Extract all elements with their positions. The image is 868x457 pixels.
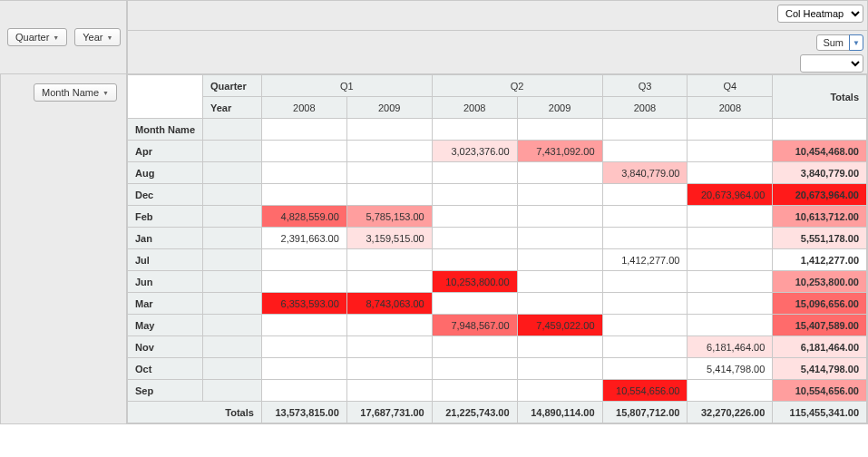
row-total: 1,412,277.00: [773, 249, 867, 271]
cell: [517, 293, 602, 315]
cell: [346, 358, 432, 380]
cell: 10,554,656.00: [602, 380, 688, 402]
cell: 2,391,663.00: [261, 228, 346, 249]
cell: 3,023,376.00: [432, 141, 517, 162]
table-row: Nov6,181,464.006,181,464.00: [128, 336, 867, 358]
col-total: 17,687,731.00: [346, 402, 432, 423]
table-row: Apr3,023,376.007,431,092.0010,454,468.00: [128, 141, 867, 162]
column-pills-area: Quarter▼Year▼: [0, 0, 127, 74]
cell: [261, 271, 346, 293]
pivot-table: QuarterQ1Q2Q3Q4TotalsYear200820092008200…: [127, 74, 867, 423]
cell: [346, 271, 432, 293]
col-total: 14,890,114.00: [517, 402, 602, 423]
table-row: Jun10,253,800.0010,253,800.00: [128, 271, 867, 293]
cell: [346, 249, 432, 271]
cell: [517, 271, 602, 293]
pill-label: Month Name: [42, 87, 99, 98]
totals-label: Totals: [128, 402, 262, 423]
cell: [261, 336, 346, 358]
cell: 4,828,559.00: [261, 206, 346, 228]
cell: [688, 293, 773, 315]
col-total: 21,225,743.00: [432, 402, 517, 423]
cell: [602, 271, 688, 293]
cell: [432, 249, 517, 271]
cell: 5,414,798.00: [688, 358, 773, 380]
col-header: 2008: [602, 97, 688, 119]
cell: [602, 293, 688, 315]
row-field-label: Month Name: [128, 119, 203, 141]
row-header: May: [128, 315, 203, 336]
cell: [261, 315, 346, 336]
display-mode-cell: Col Heatmap: [127, 0, 868, 31]
row-header: Jul: [128, 249, 203, 271]
table-row: Aug3,840,779.003,840,779.00: [128, 162, 867, 184]
row-header: Dec: [128, 184, 203, 206]
cell: 7,459,022.00: [517, 315, 602, 336]
display-mode-select[interactable]: Col Heatmap: [777, 5, 863, 23]
row-header: Aug: [128, 162, 203, 184]
cell: [261, 358, 346, 380]
col-total: 13,573,815.00: [261, 402, 346, 423]
aggregator-select[interactable]: Sum: [816, 34, 850, 51]
corner-blank: [128, 75, 203, 119]
col-sub-label: Year: [203, 97, 262, 119]
cell: [602, 336, 688, 358]
pill-quarter[interactable]: Quarter▼: [7, 28, 67, 46]
cell: [688, 206, 773, 228]
col-header: 2009: [517, 97, 602, 119]
row-total: 3,840,779.00: [773, 162, 867, 184]
pill-year[interactable]: Year▼: [74, 28, 121, 46]
pill-month-name[interactable]: Month Name▼: [34, 83, 117, 102]
table-row: Dec20,673,964.0020,673,964.00: [128, 184, 867, 206]
pill-label: Year: [83, 32, 102, 43]
pivot-area: QuarterQ1Q2Q3Q4TotalsYear200820092008200…: [127, 74, 868, 424]
table-row: Feb4,828,559.005,785,153.0010,613,712.00: [128, 206, 867, 228]
row-pills-area: Month Name▼: [0, 74, 127, 424]
cell: 20,673,964.00: [688, 184, 773, 206]
cell: [432, 293, 517, 315]
row-header: Mar: [128, 293, 203, 315]
value-field-select[interactable]: [800, 54, 863, 73]
row-total: 5,414,798.00: [773, 358, 867, 380]
cell: 6,353,593.00: [261, 293, 346, 315]
cell: [688, 141, 773, 162]
cell: [688, 249, 773, 271]
cell: [688, 228, 773, 249]
cell: 3,159,515.00: [346, 228, 432, 249]
cell: 1,412,277.00: [602, 249, 688, 271]
cell: [261, 184, 346, 206]
table-row: Jan2,391,663.003,159,515.005,551,178.00: [128, 228, 867, 249]
col-group-label: Quarter: [203, 75, 262, 97]
cell: [688, 380, 773, 402]
cell: [432, 380, 517, 402]
row-total: 10,613,712.00: [773, 206, 867, 228]
cell: [261, 141, 346, 162]
row-header: Feb: [128, 206, 203, 228]
chevron-down-icon[interactable]: ▼: [849, 34, 863, 51]
cell: [517, 336, 602, 358]
col-group: Q1: [261, 75, 432, 97]
table-row: May7,948,567.007,459,022.0015,407,589.00: [128, 315, 867, 336]
chevron-down-icon: ▼: [102, 90, 109, 96]
chevron-down-icon: ▼: [106, 34, 112, 41]
table-row: Mar6,353,593.008,743,063.0015,096,656.00: [128, 293, 867, 315]
table-row: Oct5,414,798.005,414,798.00: [128, 358, 867, 380]
totals-row: Totals13,573,815.0017,687,731.0021,225,7…: [128, 402, 867, 423]
pill-label: Quarter: [15, 32, 49, 43]
col-group: Q4: [688, 75, 773, 97]
cell: [688, 162, 773, 184]
row-total: 15,407,589.00: [773, 315, 867, 336]
grand-total: 115,455,341.00: [773, 402, 867, 423]
cell: [346, 184, 432, 206]
cell: 5,785,153.00: [346, 206, 432, 228]
cell: [602, 141, 688, 162]
cell: [346, 380, 432, 402]
cell: [602, 358, 688, 380]
cell: 7,431,092.00: [517, 141, 602, 162]
cell: [602, 206, 688, 228]
row-total: 10,554,656.00: [773, 380, 867, 402]
cell: [346, 315, 432, 336]
cell: [602, 315, 688, 336]
cell: [688, 271, 773, 293]
cell: [346, 336, 432, 358]
